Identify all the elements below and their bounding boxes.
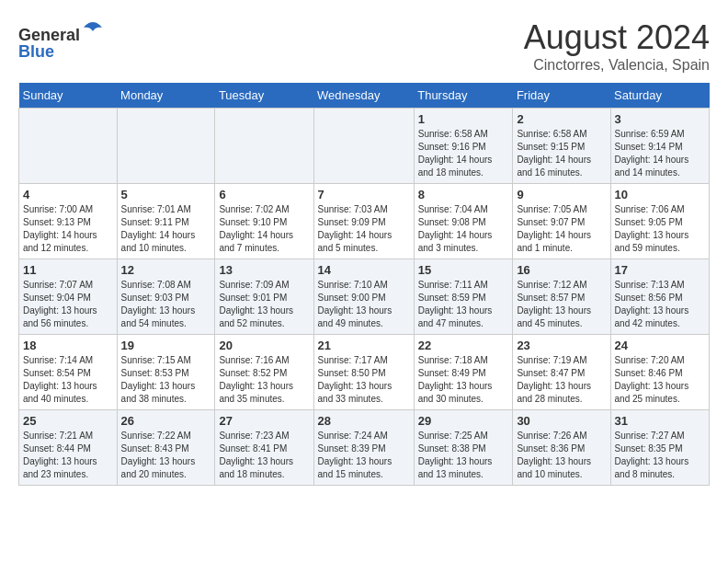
logo: General Blue bbox=[18, 18, 104, 62]
page-header: General Blue August 2024 Cinctorres, Val… bbox=[18, 18, 710, 74]
day-number: 8 bbox=[418, 188, 509, 201]
day-number: 4 bbox=[23, 188, 113, 201]
calendar-cell: 10Sunrise: 7:06 AM Sunset: 9:05 PM Dayli… bbox=[610, 184, 709, 259]
month-title: August 2024 bbox=[524, 18, 710, 57]
day-number: 26 bbox=[121, 414, 211, 428]
day-number: 15 bbox=[418, 263, 509, 277]
day-info: Sunrise: 7:26 AM Sunset: 8:36 PM Dayligh… bbox=[517, 430, 606, 481]
day-number: 9 bbox=[517, 188, 606, 201]
calendar-cell: 24Sunrise: 7:20 AM Sunset: 8:46 PM Dayli… bbox=[610, 335, 709, 410]
calendar-cell: 17Sunrise: 7:13 AM Sunset: 8:56 PM Dayli… bbox=[610, 259, 709, 335]
day-info: Sunrise: 7:23 AM Sunset: 8:41 PM Dayligh… bbox=[219, 430, 309, 481]
day-number: 20 bbox=[219, 339, 309, 352]
calendar-cell: 16Sunrise: 7:12 AM Sunset: 8:57 PM Dayli… bbox=[513, 259, 610, 335]
day-info: Sunrise: 7:03 AM Sunset: 9:09 PM Dayligh… bbox=[318, 203, 410, 255]
day-info: Sunrise: 7:00 AM Sunset: 9:13 PM Dayligh… bbox=[23, 203, 113, 255]
location: Cinctorres, Valencia, Spain bbox=[524, 57, 710, 74]
day-info: Sunrise: 7:14 AM Sunset: 8:54 PM Dayligh… bbox=[23, 354, 113, 406]
calendar-cell bbox=[19, 109, 118, 184]
weekday-header-row: SundayMondayTuesdayWednesdayThursdayFrid… bbox=[19, 83, 710, 109]
day-number: 25 bbox=[23, 414, 113, 428]
day-number: 28 bbox=[318, 414, 410, 428]
day-number: 12 bbox=[121, 263, 211, 277]
day-info: Sunrise: 7:24 AM Sunset: 8:39 PM Dayligh… bbox=[318, 430, 410, 481]
day-info: Sunrise: 7:04 AM Sunset: 9:08 PM Dayligh… bbox=[418, 203, 509, 255]
day-number: 21 bbox=[318, 339, 410, 352]
day-number: 24 bbox=[615, 339, 705, 352]
week-row-1: 1Sunrise: 6:58 AM Sunset: 9:16 PM Daylig… bbox=[19, 109, 710, 184]
week-row-5: 25Sunrise: 7:21 AM Sunset: 8:44 PM Dayli… bbox=[19, 410, 710, 486]
calendar-cell: 21Sunrise: 7:17 AM Sunset: 8:50 PM Dayli… bbox=[313, 335, 414, 410]
day-info: Sunrise: 7:21 AM Sunset: 8:44 PM Dayligh… bbox=[23, 430, 113, 481]
day-info: Sunrise: 7:02 AM Sunset: 9:10 PM Dayligh… bbox=[219, 203, 309, 255]
day-info: Sunrise: 7:09 AM Sunset: 9:01 PM Dayligh… bbox=[219, 279, 309, 330]
day-info: Sunrise: 6:58 AM Sunset: 9:15 PM Dayligh… bbox=[517, 128, 606, 179]
day-number: 23 bbox=[517, 339, 606, 352]
day-info: Sunrise: 7:01 AM Sunset: 9:11 PM Dayligh… bbox=[121, 203, 211, 255]
calendar-cell: 11Sunrise: 7:07 AM Sunset: 9:04 PM Dayli… bbox=[19, 259, 118, 335]
day-number: 22 bbox=[418, 339, 509, 352]
calendar-cell: 9Sunrise: 7:05 AM Sunset: 9:07 PM Daylig… bbox=[513, 184, 610, 259]
day-number: 11 bbox=[23, 263, 113, 277]
day-number: 31 bbox=[615, 414, 705, 428]
calendar-cell bbox=[313, 109, 414, 184]
day-number: 27 bbox=[219, 414, 309, 428]
week-row-2: 4Sunrise: 7:00 AM Sunset: 9:13 PM Daylig… bbox=[19, 184, 710, 259]
calendar-cell: 6Sunrise: 7:02 AM Sunset: 9:10 PM Daylig… bbox=[215, 184, 313, 259]
day-number: 29 bbox=[418, 414, 509, 428]
day-info: Sunrise: 7:17 AM Sunset: 8:50 PM Dayligh… bbox=[318, 354, 410, 406]
day-number: 17 bbox=[615, 263, 705, 277]
day-number: 2 bbox=[517, 112, 606, 126]
day-number: 3 bbox=[615, 112, 705, 126]
day-info: Sunrise: 7:27 AM Sunset: 8:35 PM Dayligh… bbox=[615, 430, 705, 481]
calendar-cell: 3Sunrise: 6:59 AM Sunset: 9:14 PM Daylig… bbox=[610, 109, 709, 184]
day-info: Sunrise: 6:59 AM Sunset: 9:14 PM Dayligh… bbox=[615, 128, 705, 179]
calendar-cell: 18Sunrise: 7:14 AM Sunset: 8:54 PM Dayli… bbox=[19, 335, 118, 410]
calendar-cell: 27Sunrise: 7:23 AM Sunset: 8:41 PM Dayli… bbox=[215, 410, 313, 486]
weekday-header-saturday: Saturday bbox=[610, 83, 709, 109]
day-number: 7 bbox=[318, 188, 410, 201]
day-number: 13 bbox=[219, 263, 309, 277]
weekday-header-friday: Friday bbox=[513, 83, 610, 109]
calendar-cell: 20Sunrise: 7:16 AM Sunset: 8:52 PM Dayli… bbox=[215, 335, 313, 410]
calendar-cell: 31Sunrise: 7:27 AM Sunset: 8:35 PM Dayli… bbox=[610, 410, 709, 486]
day-number: 19 bbox=[121, 339, 211, 352]
weekday-header-thursday: Thursday bbox=[414, 83, 513, 109]
calendar-cell: 5Sunrise: 7:01 AM Sunset: 9:11 PM Daylig… bbox=[117, 184, 215, 259]
day-info: Sunrise: 7:22 AM Sunset: 8:43 PM Dayligh… bbox=[121, 430, 211, 481]
day-info: Sunrise: 7:07 AM Sunset: 9:04 PM Dayligh… bbox=[23, 279, 113, 330]
day-info: Sunrise: 7:10 AM Sunset: 9:00 PM Dayligh… bbox=[318, 279, 410, 330]
calendar-cell: 29Sunrise: 7:25 AM Sunset: 8:38 PM Dayli… bbox=[414, 410, 513, 486]
day-number: 16 bbox=[517, 263, 606, 277]
day-info: Sunrise: 7:05 AM Sunset: 9:07 PM Dayligh… bbox=[517, 203, 606, 255]
day-info: Sunrise: 7:15 AM Sunset: 8:53 PM Dayligh… bbox=[121, 354, 211, 406]
calendar-cell: 22Sunrise: 7:18 AM Sunset: 8:49 PM Dayli… bbox=[414, 335, 513, 410]
day-number: 10 bbox=[615, 188, 705, 201]
day-info: Sunrise: 7:19 AM Sunset: 8:47 PM Dayligh… bbox=[517, 354, 606, 406]
calendar-cell: 2Sunrise: 6:58 AM Sunset: 9:15 PM Daylig… bbox=[513, 109, 610, 184]
calendar-cell: 12Sunrise: 7:08 AM Sunset: 9:03 PM Dayli… bbox=[117, 259, 215, 335]
day-info: Sunrise: 7:13 AM Sunset: 8:56 PM Dayligh… bbox=[615, 279, 705, 330]
calendar-cell: 13Sunrise: 7:09 AM Sunset: 9:01 PM Dayli… bbox=[215, 259, 313, 335]
calendar-cell: 19Sunrise: 7:15 AM Sunset: 8:53 PM Dayli… bbox=[117, 335, 215, 410]
calendar-cell: 23Sunrise: 7:19 AM Sunset: 8:47 PM Dayli… bbox=[513, 335, 610, 410]
day-number: 5 bbox=[121, 188, 211, 201]
calendar-table: SundayMondayTuesdayWednesdayThursdayFrid… bbox=[18, 83, 710, 486]
weekday-header-wednesday: Wednesday bbox=[313, 83, 414, 109]
day-info: Sunrise: 6:58 AM Sunset: 9:16 PM Dayligh… bbox=[418, 128, 509, 179]
calendar-cell: 28Sunrise: 7:24 AM Sunset: 8:39 PM Dayli… bbox=[313, 410, 414, 486]
day-info: Sunrise: 7:25 AM Sunset: 8:38 PM Dayligh… bbox=[418, 430, 509, 481]
weekday-header-monday: Monday bbox=[117, 83, 215, 109]
day-info: Sunrise: 7:12 AM Sunset: 8:57 PM Dayligh… bbox=[517, 279, 606, 330]
calendar-cell: 8Sunrise: 7:04 AM Sunset: 9:08 PM Daylig… bbox=[414, 184, 513, 259]
weekday-header-sunday: Sunday bbox=[19, 83, 118, 109]
day-info: Sunrise: 7:16 AM Sunset: 8:52 PM Dayligh… bbox=[219, 354, 309, 406]
title-block: August 2024 Cinctorres, Valencia, Spain bbox=[524, 18, 710, 74]
day-info: Sunrise: 7:18 AM Sunset: 8:49 PM Dayligh… bbox=[418, 354, 509, 406]
calendar-cell: 7Sunrise: 7:03 AM Sunset: 9:09 PM Daylig… bbox=[313, 184, 414, 259]
calendar-cell bbox=[215, 109, 313, 184]
week-row-4: 18Sunrise: 7:14 AM Sunset: 8:54 PM Dayli… bbox=[19, 335, 710, 410]
calendar-cell bbox=[117, 109, 215, 184]
calendar-cell: 25Sunrise: 7:21 AM Sunset: 8:44 PM Dayli… bbox=[19, 410, 118, 486]
calendar-cell: 30Sunrise: 7:26 AM Sunset: 8:36 PM Dayli… bbox=[513, 410, 610, 486]
